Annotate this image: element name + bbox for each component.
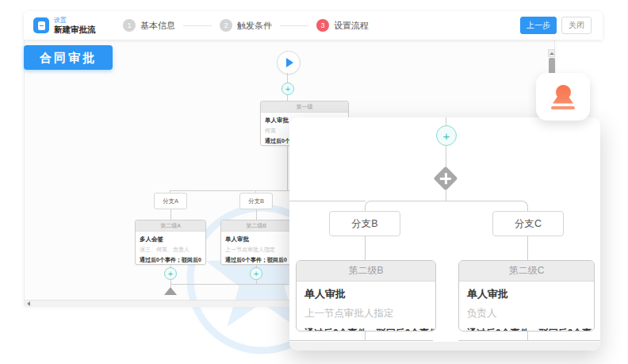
add-node-button[interactable]: +: [281, 82, 294, 95]
flow-name-tag: 合同审批: [24, 45, 113, 70]
merge-arrow-icon: [164, 287, 177, 295]
plus-icon: +: [285, 84, 290, 94]
node-assignee: 张三、何英、负责人: [140, 246, 201, 254]
branch-a-label: 分支A: [163, 197, 178, 205]
condition-diamond-node[interactable]: [433, 166, 458, 190]
step-number: 3: [320, 21, 324, 29]
add-node-button[interactable]: +: [436, 125, 457, 146]
page-title: 新建审批流: [54, 25, 96, 36]
node-card-header: 第二级B: [221, 220, 291, 232]
node-type: 单人审批: [225, 236, 287, 243]
connector-line: [365, 331, 366, 340]
node-card-level2a[interactable]: 第二级A 多人会签 张三、何英、负责人 通过后0个事件；驳回后0个事件: [135, 220, 206, 265]
panel-bottom-strip: [289, 342, 600, 351]
node-assignee: 上一节点审批人指定: [225, 246, 287, 254]
plus-icon: +: [168, 269, 173, 278]
connector-line: [170, 209, 171, 220]
vertical-scroll-up-button[interactable]: [548, 49, 555, 57]
step-3-circle[interactable]: 3: [316, 19, 329, 32]
scroll-left-arrow-icon: [27, 301, 30, 306]
connector-line: [527, 331, 528, 340]
wizard-steps: 1 基本信息 2 触发条件 3 设置流程: [123, 11, 369, 40]
merge-line: [289, 340, 433, 341]
wizard-header: 设置 新建审批流 1 基本信息 2 触发条件 3 设置流程 上一步 关闭: [24, 11, 603, 40]
node-type: 多人会签: [140, 236, 201, 243]
connector-line: [287, 146, 288, 190]
stamp-card: [536, 73, 590, 121]
vertical-scrollbar-thumb[interactable]: [549, 58, 555, 75]
step-2-label: 触发条件: [237, 20, 272, 32]
play-icon: [286, 58, 293, 67]
connector-line: [446, 117, 446, 125]
step-connector: [183, 25, 212, 26]
connector-line: [527, 236, 528, 260]
node-card-level2b[interactable]: 第二级B 单人审批 上一节点审批人指定 通过后0个事件；驳回后0个事件: [220, 220, 292, 265]
branch-split-arc: [365, 201, 528, 211]
app-section-label: 设置: [54, 16, 67, 25]
branch-b-label: 分支B: [351, 217, 377, 231]
document-icon: [38, 21, 45, 30]
connector-line: [446, 146, 446, 167]
merge-line: [458, 340, 600, 341]
zoomed-flow-panel: + 分支B 分支C 第二级B 单人审批 上一节点审批人指定 通过后0个事件；驳回…: [289, 117, 600, 351]
branch-a-button[interactable]: 分支A: [154, 193, 187, 209]
branch-b-button[interactable]: 分支B: [239, 193, 273, 209]
node-events: 通过后0个事件；驳回后0个事件: [140, 256, 201, 264]
branch-c-label: 分支C: [515, 217, 542, 231]
node-events: 通过后0个事件；驳回后0个事件: [467, 327, 586, 331]
node-card-header: 第一级: [261, 102, 348, 113]
start-node[interactable]: [277, 51, 301, 75]
app-icon: [33, 17, 49, 33]
stamp-icon-base: [551, 106, 575, 109]
step-1-label: 基本信息: [140, 20, 175, 32]
previous-step-button[interactable]: 上一步: [520, 17, 557, 34]
add-node-button[interactable]: +: [164, 267, 177, 280]
branch-b-label: 分支B: [248, 197, 264, 205]
step-number: 2: [224, 21, 228, 29]
branch-line-left: [289, 201, 366, 201]
branch-c-button[interactable]: 分支C: [492, 211, 564, 236]
step-2-circle[interactable]: 2: [220, 19, 232, 32]
stamp-icon: [551, 85, 575, 109]
node-card-level2c-zoomed[interactable]: 第二级C 单人审批 负责人 通过后0个事件；驳回后0个事件: [458, 260, 595, 331]
connector-line: [446, 190, 446, 201]
add-node-button[interactable]: +: [250, 267, 262, 280]
plus-icon: +: [254, 269, 258, 278]
node-type: 单人审批: [304, 287, 427, 301]
node-card-level2b-zoomed[interactable]: 第二级B 单人审批 上一节点审批人指定 通过后0个事件；驳回后0个事件: [296, 260, 436, 331]
step-3-label: 设置流程: [334, 20, 369, 32]
connector-line: [256, 209, 257, 220]
step-number: 1: [127, 21, 131, 29]
connector-line: [287, 73, 288, 82]
node-card-header: 第二级B: [297, 261, 435, 282]
close-button[interactable]: 关闭: [561, 17, 592, 34]
scroll-up-arrow-icon: [550, 52, 554, 55]
node-card-header: 第二级A: [136, 220, 205, 232]
node-events: 通过后0个事件；驳回后0个事件: [304, 327, 427, 331]
node-assignee: 负责人: [467, 307, 586, 320]
branch-b-button[interactable]: 分支B: [329, 211, 400, 236]
plus-icon: +: [443, 129, 450, 143]
node-type: 单人审批: [467, 287, 586, 301]
node-events: 通过后0个事件；驳回后0个事件: [225, 256, 287, 264]
step-connector: [280, 25, 308, 26]
node-card-header: 第二级C: [459, 261, 594, 282]
connector-line: [365, 236, 366, 260]
node-assignee: 上一节点审批人指定: [304, 307, 427, 320]
stamp-icon-body: [553, 97, 573, 104]
step-1-circle[interactable]: 1: [123, 19, 136, 32]
